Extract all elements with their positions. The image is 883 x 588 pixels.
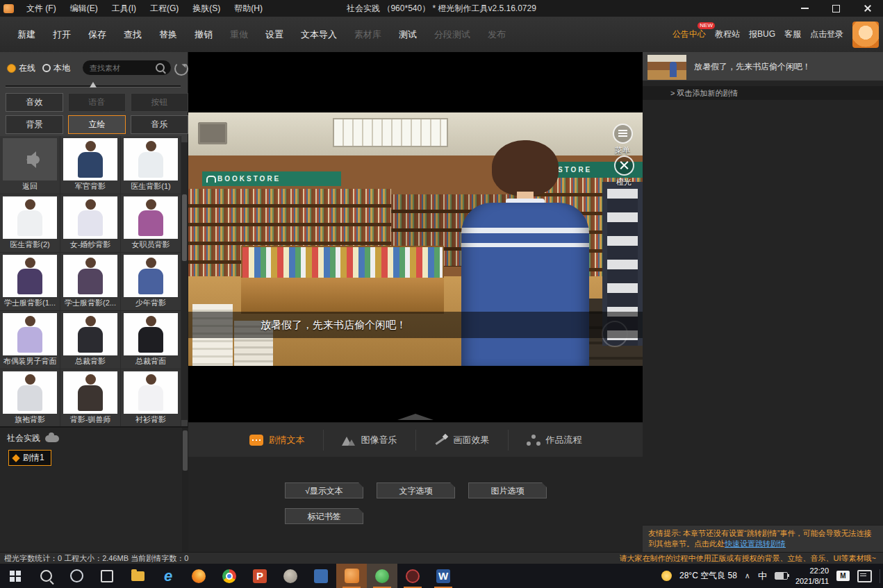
local-radio[interactable]: 本地 [42, 62, 70, 74]
show-desktop-strip[interactable] [880, 569, 880, 583]
asset-item[interactable]: 布偶装男子背面 [0, 311, 60, 369]
category-button[interactable]: 按钮 [131, 93, 188, 112]
asset-item[interactable]: 背影-驯兽师 [60, 369, 121, 426]
watermark-toggle[interactable]: 橙光 [609, 156, 638, 187]
scroll-up-button[interactable] [181, 136, 188, 142]
quick-jump-link[interactable]: 快速设置跳转剧情 [725, 539, 786, 548]
battery-icon[interactable] [775, 572, 788, 580]
toolbar-link[interactable]: 教程站 [715, 28, 740, 40]
minimize-button[interactable] [789, 0, 820, 17]
asset-item[interactable]: 学士服背影(1... [0, 253, 60, 311]
taskbar-icon[interactable]: e [153, 564, 183, 588]
asset-item[interactable]: 旗袍背影 [0, 369, 60, 426]
category-button[interactable]: 立绘 [68, 115, 126, 134]
add-scenario-row[interactable]: > 双击添加新的剧情 [643, 86, 883, 100]
ime-indicator[interactable]: 中 [758, 570, 767, 582]
refresh-button[interactable] [174, 62, 188, 76]
asset-item[interactable]: 军官背影 [60, 136, 121, 194]
toolbar-button[interactable]: 素材库 [347, 24, 389, 45]
scenario-item[interactable]: 剧情1 [8, 450, 51, 466]
asset-item[interactable]: 医生背影(2) [0, 194, 60, 253]
tray-expand-arrow[interactable]: ∧ [745, 571, 750, 580]
asset-item[interactable]: 返回 [0, 136, 60, 194]
slider-thumb[interactable] [90, 82, 97, 87]
taskbar-icon[interactable] [61, 564, 92, 588]
taskbar-icon[interactable] [31, 564, 61, 588]
game-menu-button[interactable]: 菜单 [608, 124, 637, 156]
asset-item[interactable]: 女职员背影 [121, 194, 181, 253]
game-preview[interactable]: BOOKSTORE BOOKSTORE 放暑假了，先来书 [188, 112, 643, 366]
taskbar-icon[interactable] [367, 564, 397, 588]
toolbar-button[interactable]: 打开 [45, 24, 79, 45]
notification-icon[interactable] [857, 570, 872, 582]
asset-search-box[interactable] [83, 60, 171, 75]
menu-item[interactable]: 编辑(E) [63, 0, 105, 17]
menu-item[interactable]: 帮助(H) [227, 0, 270, 17]
stage-button[interactable]: √显示文本 [285, 482, 363, 498]
taskbar-icon[interactable] [306, 564, 336, 588]
search-icon[interactable] [156, 63, 165, 72]
taskbar-icon[interactable] [336, 564, 367, 588]
menu-item[interactable]: 工具(I) [105, 0, 143, 17]
weather-text[interactable]: 28°C 空气良 58 [679, 570, 737, 582]
asset-scrollbar[interactable] [181, 136, 188, 426]
category-button[interactable]: 语音 [68, 93, 126, 112]
maximize-button[interactable] [820, 0, 852, 17]
menu-item[interactable]: 换肤(S) [185, 0, 227, 17]
toolbar-button[interactable]: 新建 [10, 24, 43, 45]
asset-item[interactable]: 衬衫背影 [121, 369, 181, 426]
collapse-handle[interactable] [397, 414, 434, 420]
asset-item[interactable]: 学士服背影(2... [60, 253, 121, 311]
menu-item[interactable]: 文件 (F) [19, 0, 63, 17]
toolbar-link[interactable]: 报BUG [749, 28, 775, 40]
user-avatar[interactable] [852, 22, 879, 48]
stage-tab[interactable]: 图像音乐 [323, 430, 415, 451]
category-button[interactable]: 音乐 [131, 115, 188, 134]
thumbnail-size-slider[interactable] [6, 84, 181, 88]
online-radio[interactable]: 在线 [7, 62, 35, 74]
taskbar-icon[interactable] [397, 564, 428, 588]
taskbar-icon[interactable]: W [428, 564, 459, 588]
taskbar-icon[interactable] [275, 564, 306, 588]
toolbar-link[interactable]: 公告中心 NEW [672, 28, 706, 40]
stage-button[interactable]: 文字选项 [377, 482, 455, 498]
taskbar-icon[interactable] [92, 564, 122, 588]
toolbar-button[interactable]: 测试 [391, 24, 424, 45]
toolbar-button[interactable]: 文本导入 [293, 24, 345, 45]
toolbar-button[interactable]: 保存 [81, 24, 114, 45]
asset-item[interactable]: 总裁背面 [121, 311, 181, 369]
taskbar-icon[interactable]: P [245, 564, 275, 588]
scrollbar-thumb[interactable] [182, 194, 187, 261]
timeline-item[interactable]: 放暑假了，先来书店偷个闲吧！ [643, 52, 883, 83]
close-button[interactable] [852, 0, 883, 17]
menu-item[interactable]: 工程(G) [143, 0, 185, 17]
taskbar-icon[interactable] [0, 564, 31, 588]
stage-tab[interactable]: 作品流程 [508, 430, 600, 451]
toolbar-link[interactable]: 客服 [784, 28, 801, 40]
project-title-row[interactable]: 社会实践 [0, 428, 188, 447]
asset-item[interactable]: 少年背影 [121, 253, 181, 311]
taskbar-icon[interactable] [183, 564, 214, 588]
toolbar-button[interactable]: 设置 [258, 24, 291, 45]
stage-button[interactable]: 图片选项 [468, 482, 547, 498]
clock[interactable]: 22:20 2021/8/11 [795, 566, 829, 587]
category-button[interactable]: 音效 [6, 93, 63, 112]
toolbar-button[interactable]: 查找 [116, 24, 149, 45]
toolbar-link[interactable]: 点击登录 [810, 28, 843, 40]
toolbar-button[interactable]: 分段测试 [427, 24, 478, 45]
asset-item[interactable]: 总裁背影 [60, 311, 121, 369]
toolbar-button[interactable]: 发布 [480, 24, 513, 45]
stage-tab[interactable]: 画面效果 [415, 430, 508, 451]
search-input[interactable] [83, 64, 156, 72]
toolbar-button[interactable]: 替换 [151, 24, 185, 45]
asset-item[interactable]: 医生背影(1) [121, 136, 181, 194]
toolbar-button[interactable]: 撤销 [187, 24, 220, 45]
stage-button[interactable]: 标记书签 [285, 508, 363, 524]
tree-scrollbar-thumb[interactable] [183, 430, 188, 471]
m-logo-icon[interactable]: M [836, 571, 850, 581]
tree-scrollbar[interactable] [182, 428, 188, 552]
category-button[interactable]: 背景 [6, 115, 63, 134]
asset-item[interactable]: 女-婚纱背影 [60, 194, 121, 253]
toolbar-button[interactable]: 重做 [222, 24, 256, 45]
taskbar-icon[interactable] [214, 564, 245, 588]
